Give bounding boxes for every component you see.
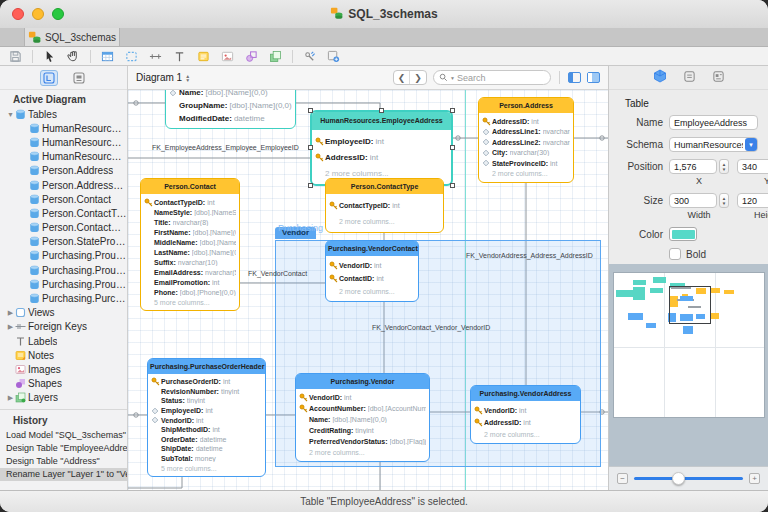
sidebar-tab-diagram-explorer[interactable]: [40, 70, 58, 86]
close-button[interactable]: [12, 8, 24, 20]
zoom-button[interactable]: [52, 8, 64, 20]
cursor-button[interactable]: [42, 49, 57, 64]
sidebar-item-humanresources-emplo[interactable]: HumanResources.Emplo...: [0, 135, 127, 149]
zoom-in-button[interactable]: +: [749, 473, 760, 484]
toggle-right-panel-button[interactable]: [587, 72, 600, 83]
hand-button[interactable]: [66, 49, 81, 64]
minimap-viewport[interactable]: [669, 286, 711, 324]
selection-handle[interactable]: [379, 108, 384, 113]
new-view-button[interactable]: [124, 49, 139, 64]
minimap[interactable]: [613, 272, 765, 418]
position-y-field[interactable]: [737, 159, 768, 174]
label-icon: [15, 336, 28, 347]
new-shape-button[interactable]: [244, 49, 259, 64]
fk-label[interactable]: FK_VendorAddress_Address_AddressID: [466, 252, 593, 259]
width-stepper[interactable]: ▲▼: [719, 193, 729, 208]
history-item[interactable]: Rename Layer "Layer 1" to "Vendor": [0, 468, 127, 481]
sidebar-item-purchasing-purchasing[interactable]: Purchasing.Purchasing...: [0, 291, 127, 305]
toggle-left-panel-button[interactable]: [568, 72, 581, 83]
sidebar-item-person-contact[interactable]: Person.Contact: [0, 192, 127, 206]
zoom-slider[interactable]: [634, 477, 743, 480]
entity-Person.Contact[interactable]: Person.ContactContactTypeID:intNameStyle…: [140, 178, 240, 311]
size-label: Size: [619, 195, 663, 206]
sidebar-item-person-contactregion[interactable]: Person.ContactRegion: [0, 221, 127, 235]
fk-label[interactable]: FK_VendorContact: [248, 270, 307, 277]
selection-handle[interactable]: [308, 183, 313, 188]
entity-table[interactable]: Name:[dbo].[Name](0,0)GroupName:[dbo].[N…: [165, 90, 296, 129]
sidebar-item-layers[interactable]: ▶Layers: [0, 391, 127, 405]
schema-select[interactable]: ▼: [669, 137, 758, 152]
diagram-canvas[interactable]: Vendor Purchasing Name:[dbo].[Name](0,0)…: [128, 90, 608, 490]
selection-handle[interactable]: [450, 145, 455, 150]
sidebar-item-shapes[interactable]: Shapes: [0, 377, 127, 391]
selection-handle[interactable]: [450, 183, 455, 188]
color-swatch-button[interactable]: [669, 227, 697, 241]
chevron-icon[interactable]: ▼: [6, 111, 15, 118]
model-tools-button[interactable]: [302, 49, 317, 64]
entity-Person.Address[interactable]: Person.AddressAddressID:intAddressLine1:…: [478, 97, 574, 183]
bold-checkbox[interactable]: [669, 248, 681, 260]
entity-Purchasing.PurchaseOrderHeader[interactable]: Purchasing.PurchaseOrderHeaderPurchaseOr…: [147, 358, 266, 477]
document-tab[interactable]: SQL_3schemas: [24, 28, 120, 46]
search-box[interactable]: ▼: [433, 70, 551, 85]
sidebar-item-foreign-keys[interactable]: ▶Foreign Keys: [0, 320, 127, 334]
selection-handle[interactable]: [308, 145, 313, 150]
save-button[interactable]: [8, 49, 23, 64]
sidebar-item-images[interactable]: Images: [0, 362, 127, 376]
history-item[interactable]: Load Model "SQL_3schemas": [0, 429, 127, 442]
x-label: X: [669, 176, 729, 186]
table-name-field[interactable]: [669, 115, 758, 130]
new-image-button[interactable]: [220, 49, 235, 64]
selection-handle[interactable]: [308, 108, 313, 113]
position-x-field[interactable]: [669, 159, 717, 174]
sidebar-item-purchasing-proudctven[interactable]: Purchasing.ProudctVen...: [0, 249, 127, 263]
new-table-button[interactable]: [100, 49, 115, 64]
diagram-selector[interactable]: Diagram 1 ▲▼: [136, 72, 190, 83]
entity-Person.ContactType[interactable]: Person.ContactTypeContactTypeID:int2 mor…: [325, 178, 444, 233]
fk-label[interactable]: FK_EmployeeAddress_Employee_EmployeeID: [152, 144, 299, 151]
position-x-stepper[interactable]: ▲▼: [719, 159, 729, 174]
zoom-slider-knob[interactable]: [672, 472, 685, 485]
sidebar-item-person-address[interactable]: Person.Address: [0, 164, 127, 178]
search-filter-chevron[interactable]: ▼: [450, 75, 455, 81]
sidebar-item-labels[interactable]: Labels: [0, 334, 127, 348]
sidebar-item-humanresources-depar[interactable]: HumanResources.Depar...: [0, 121, 127, 135]
width-field[interactable]: [669, 193, 717, 208]
nav-forward-button[interactable]: ❯: [410, 71, 426, 84]
panel-tab-format[interactable]: [683, 69, 696, 87]
chevron-icon[interactable]: ▶: [6, 394, 15, 402]
sidebar-item-purchasing-proudctven[interactable]: Purchasing.ProudctVen...: [0, 263, 127, 277]
sidebar-item-purchasing-proudctven[interactable]: Purchasing.ProudctVen...: [0, 277, 127, 291]
chevron-icon[interactable]: ▶: [6, 309, 15, 317]
sidebar-item-humanresources-emplo[interactable]: HumanResources.Emplo...: [0, 150, 127, 164]
history-item[interactable]: Design Table "Address": [0, 455, 127, 468]
sidebar-tab-model-explorer[interactable]: [70, 70, 88, 86]
sidebar-item-person-stateprovince[interactable]: Person.StateProvince: [0, 235, 127, 249]
zoom-out-button[interactable]: −: [617, 473, 628, 484]
page-nav: ❮ ❯: [393, 70, 427, 85]
sidebar-item-person-addresstype[interactable]: Person.AddressType: [0, 178, 127, 192]
history-item[interactable]: Design Table "EmployeeAddress": [0, 442, 127, 455]
panel-tab-properties[interactable]: [653, 69, 667, 87]
new-layer-button[interactable]: [268, 49, 283, 64]
export-sql-button[interactable]: [326, 49, 341, 64]
new-relation-button[interactable]: [148, 49, 163, 64]
sidebar-item-notes[interactable]: Notes: [0, 348, 127, 362]
entity-HumanResources.EmployeeAddress[interactable]: HumanResources.EmployeeAddressEmployeeID…: [310, 110, 453, 186]
entity-Purchasing.VendorAddress[interactable]: Purchasing.VendorAddressVendorID:intAddr…: [470, 385, 581, 444]
new-label-button[interactable]: [172, 49, 187, 64]
fk-label[interactable]: FK_VendorContact_Vendor_VendorID: [372, 324, 490, 331]
entity-Purchasing.VendorContact[interactable]: Purchasing.VendorContactVendorID:intCont…: [325, 240, 419, 302]
entity-Purchasing.Vendor[interactable]: Purchasing.VendorVendorID:intAccountNumb…: [295, 373, 430, 462]
sidebar-item-tables[interactable]: ▼Tables: [0, 107, 127, 121]
chevron-icon[interactable]: ▶: [6, 323, 15, 331]
search-input[interactable]: [457, 73, 527, 83]
selection-handle[interactable]: [450, 108, 455, 113]
panel-tab-info[interactable]: [712, 69, 725, 87]
minimize-button[interactable]: [32, 8, 44, 20]
height-field[interactable]: [737, 193, 768, 208]
sidebar-item-person-contacttype[interactable]: Person.ContactType: [0, 206, 127, 220]
new-note-button[interactable]: [196, 49, 211, 64]
sidebar-item-views[interactable]: ▶Views: [0, 306, 127, 320]
nav-back-button[interactable]: ❮: [394, 71, 410, 84]
